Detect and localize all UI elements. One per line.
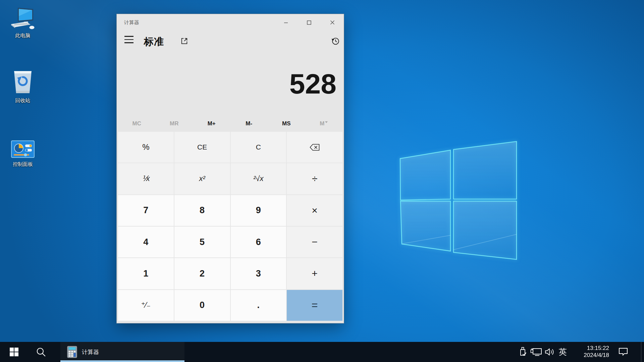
- key-label: 6: [256, 237, 261, 247]
- key-label: 5: [200, 237, 205, 247]
- ime-language-button[interactable]: 英: [556, 342, 570, 362]
- memory-button-label: MS: [282, 120, 291, 127]
- desktop-icon-label: 控制面板: [7, 161, 39, 168]
- key-label: x²: [199, 174, 205, 183]
- calculator-menubar: 标准: [117, 31, 344, 48]
- key-negate[interactable]: ⁺⁄₋: [118, 290, 174, 321]
- memory-button-label: M-: [246, 120, 252, 127]
- desktop-icon-label: 回收站: [7, 98, 39, 104]
- desktop-icon-recycle-bin[interactable]: 回收站: [7, 69, 39, 104]
- clock-date: 2024/4/18: [570, 352, 609, 359]
- memory-clear-button[interactable]: MC: [118, 116, 156, 131]
- key-divide[interactable]: ÷: [287, 163, 342, 194]
- key-nine[interactable]: 9: [231, 195, 286, 226]
- key-label: ⁺⁄₋: [141, 301, 151, 310]
- key-four[interactable]: 4: [118, 227, 174, 257]
- always-on-top-button[interactable]: [178, 35, 190, 47]
- key-label: +: [312, 268, 318, 279]
- key-label: 1: [143, 268, 148, 279]
- desktop-icon-this-pc[interactable]: 此电脑: [7, 4, 39, 39]
- network-button[interactable]: [529, 342, 543, 362]
- taskbar-app-label: 计算器: [82, 348, 99, 356]
- key-label: 8: [200, 205, 205, 216]
- active-app-underline: [60, 360, 184, 362]
- key-clear-entry[interactable]: CE: [174, 132, 230, 163]
- key-subtract[interactable]: −: [287, 227, 342, 257]
- key-six[interactable]: 6: [231, 227, 286, 257]
- key-two[interactable]: 2: [174, 258, 230, 289]
- clock-button[interactable]: 13:15:22 2024/4/18: [570, 342, 609, 362]
- key-clear[interactable]: C: [231, 132, 286, 163]
- key-label: 0: [200, 300, 205, 310]
- close-icon: [330, 20, 335, 25]
- calculator-app-icon: [67, 346, 77, 358]
- key-label: 2: [200, 268, 205, 279]
- key-label: 4: [143, 237, 148, 247]
- safely-remove-hardware-button[interactable]: [517, 342, 529, 362]
- window-controls: [274, 14, 344, 31]
- maximize-icon: [307, 20, 311, 25]
- taskbar: 计算器 英 13:15:22 2024/4/18: [0, 342, 644, 362]
- memory-button-label: M: [320, 120, 324, 127]
- speaker-icon: [544, 348, 555, 356]
- key-seven[interactable]: 7: [118, 195, 174, 226]
- memory-add-button[interactable]: M+: [193, 116, 230, 131]
- window-title: 计算器: [124, 19, 139, 26]
- maximize-button[interactable]: [298, 14, 321, 31]
- desktop-icon-label: 此电脑: [7, 33, 39, 39]
- key-reciprocal[interactable]: ⅟x: [118, 163, 174, 194]
- memory-store-button[interactable]: MS: [268, 116, 305, 131]
- key-label: %: [142, 142, 149, 152]
- key-label: =: [312, 299, 318, 311]
- calculator-window: 计算器 标准: [116, 14, 344, 323]
- key-add[interactable]: +: [287, 258, 342, 289]
- key-label: ⅟x: [142, 174, 150, 183]
- memory-button-label: MC: [132, 120, 141, 127]
- minimize-button[interactable]: [274, 14, 298, 31]
- calculator-taskbar-button[interactable]: 计算器: [60, 342, 184, 362]
- ime-label: 英: [559, 347, 567, 357]
- key-label: CE: [197, 143, 207, 151]
- key-square-root[interactable]: ²√x: [231, 163, 286, 194]
- key-percent[interactable]: %: [118, 132, 174, 163]
- usb-device-icon: [519, 346, 527, 358]
- clock-time: 13:15:22: [570, 345, 609, 352]
- history-button[interactable]: [328, 34, 343, 48]
- desktop-icon-control-panel[interactable]: 控制面板: [7, 133, 39, 168]
- key-label: ²√x: [253, 174, 263, 183]
- action-center-button[interactable]: [616, 342, 631, 362]
- minimize-icon: [284, 20, 288, 25]
- recycle-bin-icon: [7, 69, 39, 96]
- key-five[interactable]: 5: [174, 227, 230, 257]
- this-pc-icon: [7, 4, 39, 31]
- memory-flyout-button[interactable]: M: [305, 116, 343, 131]
- key-label: 3: [256, 268, 261, 279]
- key-label: ×: [312, 205, 318, 216]
- backspace-icon: [310, 144, 320, 151]
- mode-title: 标准: [144, 35, 164, 49]
- key-square[interactable]: x²: [174, 163, 230, 194]
- memory-recall-button[interactable]: MR: [156, 116, 193, 131]
- memory-button-label: M+: [208, 120, 216, 127]
- history-icon: [331, 37, 340, 46]
- calculator-titlebar[interactable]: 计算器: [117, 14, 344, 31]
- memory-subtract-button[interactable]: M-: [230, 116, 268, 131]
- key-multiply[interactable]: ×: [287, 195, 342, 226]
- key-decimal[interactable]: .: [231, 290, 286, 321]
- key-one[interactable]: 1: [118, 258, 174, 289]
- windows-start-icon: [10, 348, 18, 356]
- memory-button-label: MR: [170, 120, 178, 127]
- key-three[interactable]: 3: [231, 258, 286, 289]
- start-button[interactable]: [4, 342, 24, 362]
- key-backspace[interactable]: [287, 132, 342, 163]
- key-zero[interactable]: 0: [174, 290, 230, 321]
- menu-button[interactable]: [121, 32, 137, 47]
- close-button[interactable]: [321, 14, 344, 31]
- search-button[interactable]: [31, 342, 51, 362]
- volume-button[interactable]: [543, 342, 556, 362]
- show-desktop-button[interactable]: [641, 342, 644, 362]
- key-equals[interactable]: =: [287, 290, 342, 321]
- key-eight[interactable]: 8: [174, 195, 230, 226]
- ethernet-network-icon: [530, 348, 542, 356]
- key-label: −: [312, 236, 318, 248]
